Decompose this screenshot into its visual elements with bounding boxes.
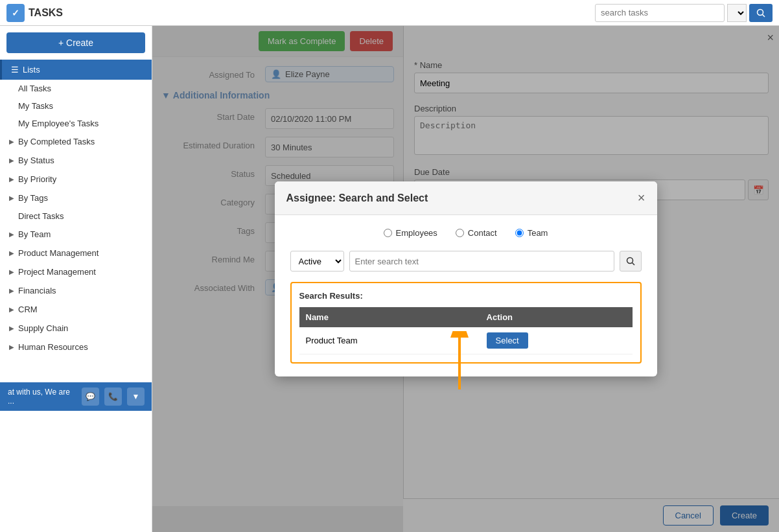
chevron-right-icon: ▶	[9, 249, 14, 257]
sidebar-item-product-management[interactable]: ▶ Product Management	[0, 244, 152, 262]
sidebar-item-all-tasks[interactable]: All Tasks	[0, 80, 152, 97]
sidebar-item-by-team[interactable]: ▶ By Team	[0, 225, 152, 244]
select-button[interactable]: Select	[487, 332, 528, 349]
sidebar-item-my-tasks[interactable]: My Tasks	[0, 97, 152, 115]
search-row: Active Inactive All	[290, 251, 642, 272]
sidebar: + Create ☰ Lists All Tasks My Tasks My E…	[0, 26, 152, 532]
all-tasks-label: All Tasks	[18, 84, 51, 93]
sidebar-item-label: Lists	[23, 65, 40, 75]
modal-search-input[interactable]	[349, 251, 614, 272]
sidebar-item-my-employee-tasks[interactable]: My Employee's Tasks	[0, 115, 152, 132]
search-input[interactable]	[595, 4, 725, 22]
radio-team-input[interactable]	[515, 229, 524, 237]
my-employee-tasks-label: My Employee's Tasks	[18, 119, 99, 128]
results-table: Name Action Product Team Select	[299, 307, 633, 354]
svg-line-3	[632, 263, 634, 266]
app-title: TASKS	[29, 7, 63, 19]
sidebar-item-direct-tasks[interactable]: Direct Tasks	[0, 207, 152, 225]
chevron-right-icon: ▶	[9, 268, 14, 275]
bottom-chat-bar: at with us, We are ... 💬 📞 ▼	[0, 382, 152, 411]
table-row: Product Team Select	[299, 327, 633, 354]
status-filter-dropdown[interactable]: Active Inactive All	[290, 251, 344, 272]
radio-team[interactable]: Team	[515, 228, 548, 238]
search-button[interactable]	[749, 4, 773, 22]
results-label: Search Results:	[299, 291, 633, 301]
sidebar-item-by-completed[interactable]: ▶ By Completed Tasks	[0, 132, 152, 151]
phone-icon[interactable]: 📞	[104, 387, 122, 406]
create-button[interactable]: + Create	[6, 32, 145, 53]
modal-title: Assignee: Search and Select	[286, 192, 428, 204]
chevron-right-icon: ▶	[9, 176, 14, 183]
chevron-right-icon: ▶	[9, 157, 14, 164]
row-action: Select	[480, 327, 633, 354]
create-section: + Create	[6, 32, 145, 53]
sidebar-item-lists[interactable]: ☰ Lists	[0, 60, 152, 80]
modal-close-button[interactable]: ×	[638, 191, 645, 205]
chat-icon[interactable]: 💬	[82, 387, 99, 406]
lists-icon: ☰	[11, 65, 19, 75]
sidebar-item-human-resources[interactable]: ▶ Human Resources	[0, 338, 152, 356]
modal-header: Assignee: Search and Select ×	[275, 181, 657, 215]
radio-group: Employees Contact Team	[290, 228, 642, 238]
sidebar-item-by-status[interactable]: ▶ By Status	[0, 151, 152, 170]
modal-search-button[interactable]	[620, 251, 642, 272]
sidebar-item-by-priority[interactable]: ▶ By Priority	[0, 170, 152, 189]
chevron-right-icon: ▶	[9, 138, 14, 145]
main-layout: + Create ☰ Lists All Tasks My Tasks My E…	[0, 26, 779, 532]
radio-employees[interactable]: Employees	[384, 228, 437, 238]
sidebar-item-by-tags[interactable]: ▶ By Tags	[0, 189, 152, 207]
chevron-right-icon: ▶	[9, 306, 14, 313]
radio-contact-input[interactable]	[456, 229, 464, 237]
chevron-right-icon: ▶	[9, 325, 14, 332]
modal-overlay: Assignee: Search and Select × Employees …	[152, 26, 779, 532]
chat-text: at with us, We are ...	[8, 387, 76, 406]
chevron-right-icon: ▶	[9, 287, 14, 294]
logo-icon: ✓	[6, 4, 25, 22]
col-name: Name	[299, 307, 480, 327]
chevron-right-icon: ▶	[9, 231, 14, 238]
radio-contact[interactable]: Contact	[456, 228, 497, 238]
col-action: Action	[480, 307, 633, 327]
results-box: Search Results: Name Action Product T	[290, 282, 642, 364]
main-content: Mark as Complete Delete Assigned To 👤 El…	[152, 26, 779, 532]
expand-icon[interactable]: ▼	[127, 387, 145, 406]
top-search	[595, 4, 773, 22]
sidebar-item-project-management[interactable]: ▶ Project Management	[0, 262, 152, 281]
chevron-right-icon: ▶	[9, 194, 14, 202]
assignee-modal: Assignee: Search and Select × Employees …	[275, 181, 657, 376]
modal-body: Employees Contact Team	[275, 215, 657, 376]
app-logo: ✓ TASKS	[6, 4, 63, 22]
sidebar-item-crm[interactable]: ▶ CRM	[0, 300, 152, 319]
sidebar-item-financials[interactable]: ▶ Financials	[0, 281, 152, 300]
my-tasks-label: My Tasks	[18, 101, 53, 111]
chevron-right-icon: ▶	[9, 343, 14, 351]
radio-employees-input[interactable]	[384, 229, 392, 237]
svg-point-0	[758, 9, 763, 15]
svg-line-1	[763, 14, 765, 17]
row-name: Product Team	[299, 327, 480, 354]
sidebar-item-supply-chain[interactable]: ▶ Supply Chain	[0, 319, 152, 338]
search-filter-dropdown[interactable]	[727, 4, 747, 22]
svg-point-2	[627, 258, 633, 264]
top-bar: ✓ TASKS	[0, 0, 779, 26]
